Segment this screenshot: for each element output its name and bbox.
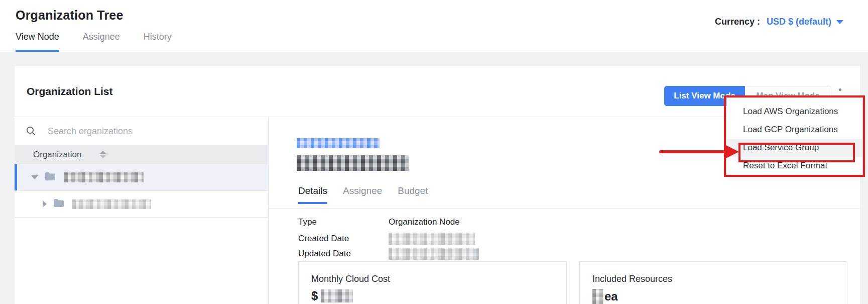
type-value: Organization Node	[389, 217, 460, 227]
resources-unit-suffix: ea	[604, 289, 618, 303]
tree-row-root-org[interactable]	[15, 164, 268, 191]
included-resources-card: Included Resources ea	[579, 261, 847, 304]
currency-prefix: $	[311, 289, 318, 303]
content-area: Organization List List View Mode Map Vie…	[0, 52, 868, 304]
currency-dropdown[interactable]: USD $ (default)	[767, 17, 843, 27]
menu-item-reset-to-excel-format[interactable]: Reset to Excel Format	[727, 157, 862, 175]
redacted-organization-name	[64, 172, 144, 182]
organization-column-header[interactable]: Organization	[15, 145, 268, 164]
field-row-updated-date: Updated Date	[298, 246, 479, 261]
tab-detail-assignee[interactable]: Assignee	[343, 185, 382, 204]
type-label: Type	[298, 217, 389, 227]
caret-right-icon[interactable]	[43, 200, 47, 208]
tab-history[interactable]: History	[144, 32, 172, 52]
page-title: Organization Tree	[16, 8, 123, 23]
detail-fields: Type Organization Node Created Date Upda…	[298, 215, 479, 261]
currency-selected-value: USD $ (default)	[767, 17, 831, 27]
stat-cards: Monthly Cloud Cost $ Included Resources …	[298, 261, 847, 304]
tab-view-node[interactable]: View Node	[16, 32, 59, 52]
app-header: Organization Tree View Node Assignee His…	[0, 0, 868, 52]
created-date-label: Created Date	[298, 234, 389, 244]
chevron-down-icon	[836, 20, 843, 24]
field-row-type: Type Organization Node	[298, 215, 479, 230]
organization-tree-pane: Organization	[15, 117, 268, 304]
top-tab-bar: View Node Assignee History	[16, 32, 172, 52]
sort-icon	[100, 151, 106, 158]
included-resources-value: ea	[592, 289, 847, 304]
updated-date-label: Updated Date	[298, 249, 389, 259]
monthly-cloud-cost-value: $	[311, 289, 566, 303]
tabs-divider	[269, 208, 860, 209]
redacted-node-path-link[interactable]	[297, 138, 380, 148]
currency-control: Currency : USD $ (default)	[715, 17, 843, 27]
tree-row-child-org[interactable]	[15, 191, 268, 218]
included-resources-title: Included Resources	[592, 274, 847, 284]
load-options-menu: Load AWS Organizations Load GCP Organiza…	[726, 97, 862, 177]
organization-tree-screen: Organization Tree View Node Assignee His…	[0, 0, 868, 304]
monthly-cloud-cost-card: Monthly Cloud Cost $	[298, 261, 567, 304]
selected-row-indicator	[15, 164, 17, 190]
tab-assignee[interactable]: Assignee	[83, 32, 120, 52]
menu-item-load-aws-organizations[interactable]: Load AWS Organizations	[727, 103, 862, 121]
currency-label: Currency :	[715, 17, 760, 27]
redacted-created-date	[389, 233, 475, 245]
monthly-cloud-cost-title: Monthly Cloud Cost	[311, 274, 566, 284]
search-row	[15, 117, 268, 145]
menu-item-load-gcp-organizations[interactable]: Load GCP Organizations	[727, 121, 862, 139]
redacted-cost-amount	[321, 289, 353, 302]
search-input[interactable]	[48, 123, 249, 139]
redacted-node-title	[297, 155, 409, 171]
redacted-organization-name	[72, 199, 151, 209]
organization-column-label: Organization	[33, 150, 81, 160]
redacted-resource-count	[592, 289, 603, 304]
redacted-updated-date	[389, 248, 479, 260]
tab-details[interactable]: Details	[298, 185, 327, 204]
tab-budget[interactable]: Budget	[398, 185, 428, 204]
search-icon	[26, 126, 36, 138]
field-row-created-date: Created Date	[298, 231, 479, 246]
folder-icon	[53, 198, 64, 210]
detail-tab-bar: Details Assignee Budget	[298, 185, 428, 204]
menu-item-load-service-group[interactable]: Load Service Group	[727, 139, 862, 157]
folder-icon	[45, 172, 56, 183]
caret-down-icon[interactable]	[31, 175, 38, 179]
panel-title: Organization List	[27, 85, 113, 97]
